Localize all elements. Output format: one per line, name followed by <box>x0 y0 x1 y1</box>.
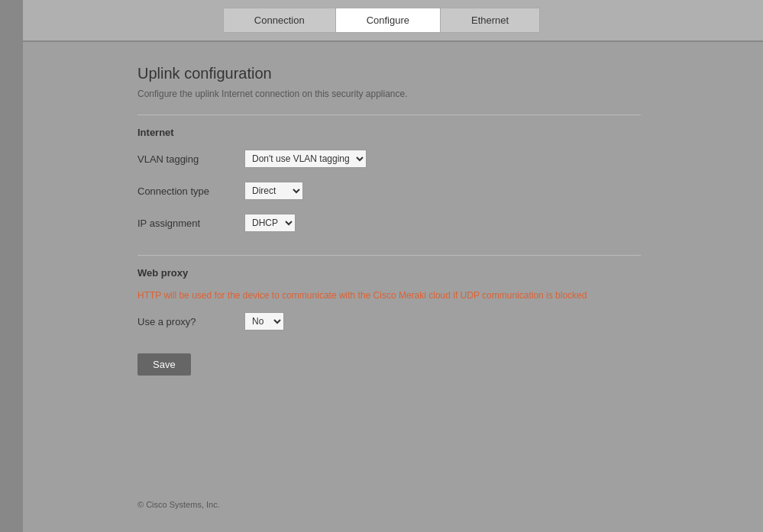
divider-middle <box>137 255 641 256</box>
vlan-tagging-label: VLAN tagging <box>137 153 244 165</box>
ip-assignment-label: IP assignment <box>137 218 244 229</box>
page-description: Configure the uplink Internet connection… <box>137 89 641 99</box>
left-sidebar <box>0 0 23 532</box>
divider-top <box>137 114 641 115</box>
internet-section-title: Internet <box>137 127 641 138</box>
vlan-tagging-row: VLAN tagging Don't use VLAN tagging Use … <box>137 150 641 168</box>
tab-ethernet[interactable]: Ethernet <box>441 8 539 32</box>
main-content: Uplink configuration Configure the uplin… <box>0 42 763 398</box>
use-proxy-row: Use a proxy? No Yes <box>137 312 641 330</box>
page-title: Uplink configuration <box>137 65 641 82</box>
use-proxy-label: Use a proxy? <box>137 316 244 327</box>
connection-type-row: Connection type Direct PPPoE Static IP <box>137 182 641 200</box>
tab-configure[interactable]: Configure <box>336 8 441 32</box>
tab-navigation: Connection Configure Ethernet <box>0 0 763 42</box>
web-proxy-description: HTTP will be used for the device to comm… <box>137 290 641 301</box>
use-proxy-select[interactable]: No Yes <box>244 312 284 330</box>
footer: © Cisco Systems, Inc. <box>137 500 220 509</box>
connection-type-select[interactable]: Direct PPPoE Static IP <box>244 182 303 200</box>
ip-assignment-select[interactable]: DHCP Static <box>244 214 296 232</box>
ip-assignment-row: IP assignment DHCP Static <box>137 214 641 232</box>
tab-connection[interactable]: Connection <box>224 8 336 32</box>
connection-type-label: Connection type <box>137 185 244 197</box>
copyright-text: © Cisco Systems, Inc. <box>137 500 220 509</box>
vlan-tagging-select[interactable]: Don't use VLAN tagging Use VLAN tagging <box>244 150 367 168</box>
tab-bar: Connection Configure Ethernet <box>223 8 540 33</box>
save-button[interactable]: Save <box>137 353 191 376</box>
web-proxy-section-title: Web proxy <box>137 267 641 279</box>
